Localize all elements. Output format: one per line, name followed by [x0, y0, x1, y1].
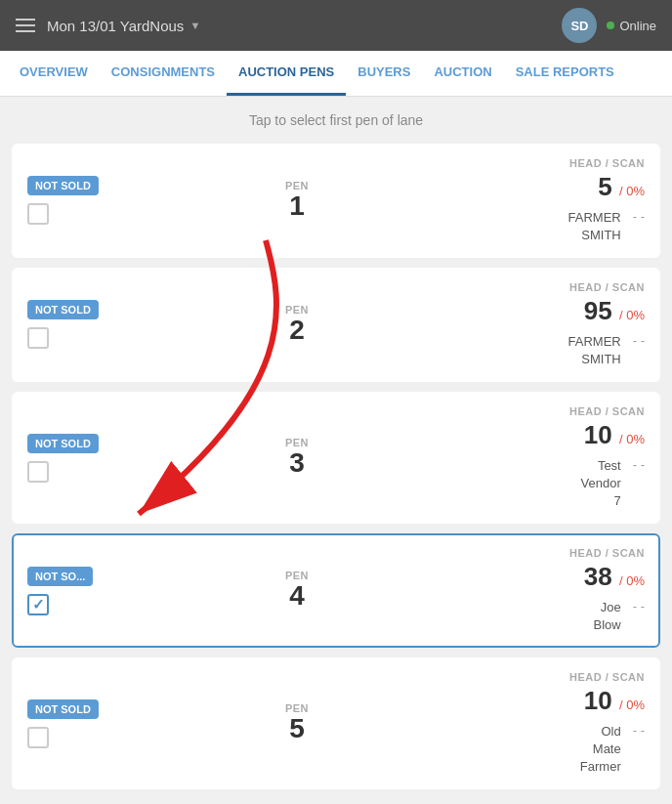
pen-middle-5: PEN 5: [117, 702, 477, 744]
title-dropdown-arrow[interactable]: ▼: [189, 20, 200, 31]
vendor-info-4: JoeBlow - -: [594, 599, 645, 634]
head-scan-value-4: 38 / 0%: [584, 563, 645, 591]
checkbox-2[interactable]: [27, 327, 49, 349]
pen-number-3: 3: [289, 448, 305, 479]
main-content: Tap to select first pen of lane NOT SOLD…: [0, 97, 672, 804]
instruction-text: Tap to select first pen of lane: [12, 112, 660, 128]
vendor-info-5: OldMateFarmer - -: [580, 723, 645, 777]
avatar: SD: [562, 8, 597, 43]
head-scan-value-5: 10 / 0%: [584, 687, 645, 715]
scan-pct-5: / 0%: [619, 698, 645, 712]
pen-left-3: NOT SOLD: [27, 434, 105, 483]
scan-pct-3: / 0%: [619, 432, 645, 446]
scan-pct-1: / 0%: [619, 184, 645, 198]
header-title: Mon 13/01 YardNous ▼: [47, 18, 200, 34]
app-header: Mon 13/01 YardNous ▼ SD Online: [0, 0, 672, 51]
vendor-name-3: TestVendor7: [581, 457, 621, 511]
not-sold-badge-3: NOT SOLD: [27, 434, 99, 453]
pen-card-3[interactable]: NOT SOLD PEN 3 HEAD / SCAN 10 / 0% TestV…: [12, 392, 660, 524]
vendor-name-1: FARMERSMITH: [568, 209, 621, 244]
scan-pct-4: / 0%: [619, 573, 645, 588]
pen-middle-1: PEN 1: [117, 180, 477, 222]
vendor-info-2: FARMERSMITH - -: [568, 333, 645, 368]
header-right: SD Online: [562, 8, 656, 43]
hamburger-menu[interactable]: [16, 19, 35, 32]
vendor-dashes-4: - -: [633, 599, 645, 614]
tab-sale-reports[interactable]: SALE REPORTS: [504, 51, 626, 96]
head-scan-label-5: HEAD / SCAN: [569, 671, 645, 683]
head-scan-label-1: HEAD / SCAN: [569, 157, 645, 169]
scan-pct-2: / 0%: [619, 308, 645, 322]
pen-left-4: NOT SO...: [27, 567, 105, 615]
head-scan-label-3: HEAD / SCAN: [569, 405, 645, 417]
not-sold-badge-4: NOT SO...: [27, 567, 93, 586]
pen-right-4: HEAD / SCAN 38 / 0% JoeBlow - -: [488, 547, 645, 634]
pen-left-1: NOT SOLD: [27, 176, 105, 225]
checkbox-4[interactable]: [27, 594, 49, 615]
head-scan-label-4: HEAD / SCAN: [569, 547, 645, 559]
head-scan-value-1: 5 / 0%: [598, 173, 645, 201]
pen-cards-container: NOT SOLD PEN 1 HEAD / SCAN 5 / 0% FARMER…: [12, 144, 660, 789]
vendor-dashes-5: - -: [633, 723, 645, 738]
pen-right-1: HEAD / SCAN 5 / 0% FARMERSMITH - -: [488, 157, 645, 244]
not-sold-badge-2: NOT SOLD: [27, 300, 99, 319]
head-scan-value-3: 10 / 0%: [584, 421, 645, 449]
pen-number-4: 4: [289, 581, 305, 612]
pen-number-2: 2: [289, 316, 305, 346]
pen-number-5: 5: [289, 714, 305, 744]
pen-card-5[interactable]: NOT SOLD PEN 5 HEAD / SCAN 10 / 0% OldMa…: [12, 657, 660, 789]
pen-card-2[interactable]: NOT SOLD PEN 2 HEAD / SCAN 95 / 0% FARME…: [12, 268, 660, 382]
online-label: Online: [619, 19, 656, 33]
pen-left-2: NOT SOLD: [27, 300, 105, 349]
checkbox-1[interactable]: [27, 203, 49, 225]
pen-number-1: 1: [289, 191, 305, 222]
online-dot: [607, 21, 614, 29]
vendor-name-5: OldMateFarmer: [580, 723, 621, 777]
vendor-info-1: FARMERSMITH - -: [568, 209, 645, 244]
vendor-dashes-3: - -: [633, 457, 645, 472]
nav-tabs: OVERVIEW CONSIGNMENTS AUCTION PENS BUYER…: [0, 51, 672, 97]
vendor-info-3: TestVendor7 - -: [581, 457, 645, 511]
pen-right-5: HEAD / SCAN 10 / 0% OldMateFarmer - -: [488, 671, 645, 776]
header-left: Mon 13/01 YardNous ▼: [16, 18, 200, 34]
not-sold-badge-5: NOT SOLD: [27, 699, 99, 719]
tab-buyers[interactable]: BUYERS: [346, 51, 422, 96]
pen-right-3: HEAD / SCAN 10 / 0% TestVendor7 - -: [488, 405, 645, 510]
pen-middle-4: PEN 4: [117, 570, 477, 612]
pen-card-4[interactable]: NOT SO... PEN 4 HEAD / SCAN 38 / 0% JoeB…: [12, 533, 660, 648]
pen-card-1[interactable]: NOT SOLD PEN 1 HEAD / SCAN 5 / 0% FARMER…: [12, 144, 660, 258]
tab-consignments[interactable]: CONSIGNMENTS: [100, 51, 227, 96]
tab-overview[interactable]: OVERVIEW: [8, 51, 100, 96]
pen-middle-2: PEN 2: [117, 304, 477, 346]
vendor-name-4: JoeBlow: [594, 599, 621, 634]
online-status: Online: [607, 19, 656, 33]
vendor-name-2: FARMERSMITH: [568, 333, 621, 368]
head-scan-value-2: 95 / 0%: [584, 297, 645, 325]
head-scan-label-2: HEAD / SCAN: [569, 281, 645, 293]
checkbox-5[interactable]: [27, 727, 49, 748]
vendor-dashes-1: - -: [633, 209, 645, 224]
tab-auction[interactable]: AUCTION: [422, 51, 503, 96]
pen-right-2: HEAD / SCAN 95 / 0% FARMERSMITH - -: [488, 281, 645, 368]
app-title: Mon 13/01 YardNous: [47, 18, 184, 34]
vendor-dashes-2: - -: [633, 333, 645, 348]
not-sold-badge-1: NOT SOLD: [27, 176, 99, 195]
pen-left-5: NOT SOLD: [27, 699, 105, 748]
checkbox-3[interactable]: [27, 461, 49, 483]
tab-auction-pens[interactable]: AUCTION PENS: [227, 51, 346, 96]
pen-middle-3: PEN 3: [117, 437, 477, 479]
